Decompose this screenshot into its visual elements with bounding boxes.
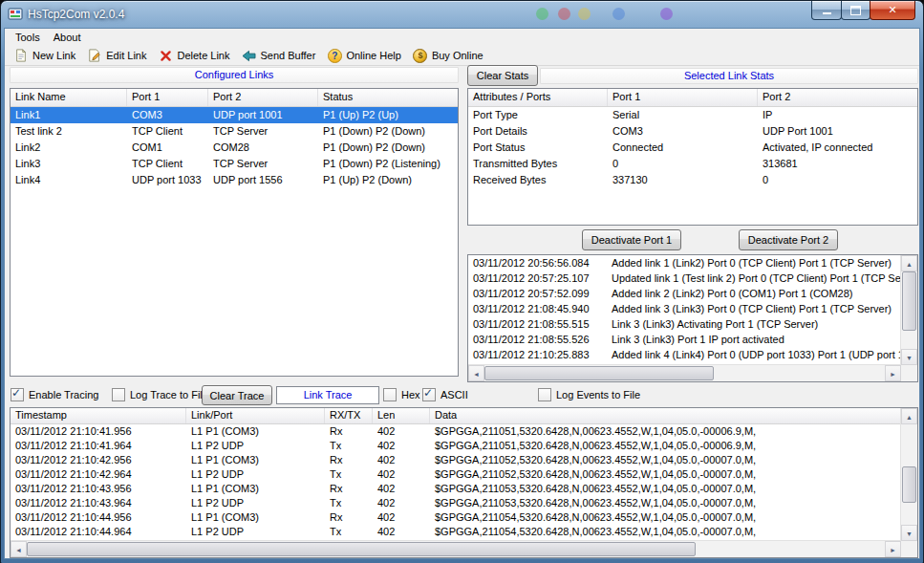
event-row[interactable]: 03/11/2012 21:10:25.883Added link 4 (Lin… <box>468 347 901 362</box>
column-header-attributes[interactable]: Attributes / Ports <box>468 89 608 106</box>
checkbox-box <box>112 388 125 401</box>
stats-row[interactable]: Received Bytes3371300 <box>468 172 917 188</box>
enable-tracing-checkbox[interactable]: Enable Tracing <box>11 386 98 403</box>
port1-cell: 337130 <box>608 172 758 188</box>
event-row[interactable]: 03/11/2012 21:08:55.515Link 3 (Link3) Ac… <box>468 316 901 332</box>
minimize-icon <box>823 10 831 14</box>
link-row[interactable]: Link2COM1COM28P1 (Down) P2 (Down) <box>11 140 458 156</box>
delete-link-button[interactable]: Delete Link <box>153 47 236 65</box>
trace-row[interactable]: 03/11/2012 21:10:42.964L1 P2 UDPTx402$GP… <box>11 467 901 482</box>
attr-cell: Port Status <box>468 140 608 156</box>
trace-horizontal-scrollbar[interactable]: ◄ ► <box>11 540 901 557</box>
scrollbar-corner <box>901 541 917 557</box>
len-cell: 402 <box>373 510 430 525</box>
event-row[interactable]: 03/11/2012 20:57:25.107Updated link 1 (T… <box>468 271 901 286</box>
events-vertical-scrollbar[interactable]: ▲ ▼ <box>900 255 917 365</box>
column-header-data[interactable]: Data <box>430 408 901 423</box>
link-cell: L1 P2 UDP <box>186 439 325 453</box>
trace-hscroll-thumb[interactable] <box>27 542 696 556</box>
scroll-up-icon[interactable]: ▲ <box>901 255 917 271</box>
ts-cell: 03/11/2012 21:10:44.964 <box>11 525 186 539</box>
hex-checkbox[interactable]: Hex <box>383 386 420 403</box>
configured-links-rows: Link1COM3UDP port 1001P1 (Up) P2 (Up)Tes… <box>11 107 458 188</box>
events-horizontal-scrollbar[interactable]: ◄ ► <box>468 364 901 381</box>
menu-tools[interactable]: Tools <box>9 31 47 44</box>
events-vscroll-thumb[interactable] <box>902 271 916 331</box>
buy-online-button[interactable]: $ Buy Online <box>408 47 490 65</box>
port1-cell: Connected <box>608 140 758 156</box>
send-buffer-button[interactable]: Send Buffer <box>237 47 323 65</box>
ascii-checkbox[interactable]: ASCII <box>422 386 468 403</box>
close-button[interactable]: ✕ <box>870 1 915 20</box>
clear-stats-button[interactable]: Clear Stats <box>467 65 538 86</box>
rxtx-cell: Tx <box>325 496 373 510</box>
scroll-down-icon[interactable]: ▼ <box>901 525 917 541</box>
trace-row[interactable]: 03/11/2012 21:10:43.964L1 P2 UDPTx402$GP… <box>11 496 901 510</box>
trace-row[interactable]: 03/11/2012 21:10:42.956L1 P1 (COM3)Rx402… <box>11 453 901 467</box>
column-header-port1[interactable]: Port 1 <box>127 89 208 106</box>
title-bar[interactable]: HsTcp2Com v2.0.4 ✕ <box>1 1 923 28</box>
link-row[interactable]: Link4UDP port 1033UDP port 1556P1 (Up) P… <box>11 172 458 188</box>
log-events-to-file-checkbox[interactable]: Log Events to File <box>538 386 640 403</box>
event-row[interactable]: 03/11/2012 20:56:56.084Added link 1 (Lin… <box>468 255 901 271</box>
scroll-down-icon[interactable]: ▼ <box>901 349 917 365</box>
online-help-button[interactable]: ? Online Help <box>322 47 407 65</box>
rxtx-cell: Tx <box>325 525 373 539</box>
scroll-right-icon[interactable]: ► <box>885 365 901 381</box>
buy-online-label: Buy Online <box>432 50 483 61</box>
stats-row[interactable]: Port DetailsCOM3UDP Port 1001 <box>468 123 917 140</box>
stats-row[interactable]: Transmitted Bytes0313681 <box>468 156 917 172</box>
stats-row[interactable]: Port TypeSerialIP <box>468 107 917 123</box>
app-icon[interactable] <box>8 7 23 22</box>
column-header-link-port[interactable]: Link/Port <box>186 408 325 423</box>
column-header-len[interactable]: Len <box>373 408 430 423</box>
column-header-status[interactable]: Status <box>318 89 458 106</box>
column-header-port2[interactable]: Port 2 <box>208 89 318 106</box>
column-header-link-name[interactable]: Link Name <box>11 89 127 106</box>
online-help-label: Online Help <box>346 50 400 61</box>
column-header-timestamp[interactable]: Timestamp <box>11 408 186 423</box>
column-header-rxtx[interactable]: RX/TX <box>325 408 373 423</box>
event-log-rows-area: 03/11/2012 20:56:56.084Added link 1 (Lin… <box>468 255 901 365</box>
status-cell: P1 (Down) P2 (Down) <box>318 140 458 156</box>
app-window: HsTcp2Com v2.0.4 ✕ Tools About New Link <box>0 0 924 563</box>
scroll-up-icon[interactable]: ▲ <box>901 408 917 424</box>
trace-row[interactable]: 03/11/2012 21:10:41.964L1 P2 UDPTx402$GP… <box>11 439 901 453</box>
column-header-stats-port2[interactable]: Port 2 <box>758 89 917 106</box>
rxtx-cell: Tx <box>325 439 373 453</box>
menu-about[interactable]: About <box>47 31 88 44</box>
event-row[interactable]: 03/11/2012 21:08:45.940Added link 3 (Lin… <box>468 301 901 316</box>
clear-trace-button[interactable]: Clear Trace <box>202 385 272 405</box>
maximize-button[interactable] <box>841 1 870 20</box>
scroll-left-icon[interactable]: ◄ <box>468 365 484 381</box>
stats-row[interactable]: Port StatusConnectedActivated, IP connec… <box>468 140 917 156</box>
trace-vscroll-thumb[interactable] <box>902 466 916 503</box>
minimize-button[interactable] <box>811 1 842 20</box>
time-cell: 03/11/2012 21:08:55.526 <box>468 332 607 347</box>
deactivate-port1-button[interactable]: Deactivate Port 1 <box>582 229 681 250</box>
trace-row[interactable]: 03/11/2012 21:10:44.956L1 P1 (COM3)Rx402… <box>11 510 901 525</box>
link-row[interactable]: Link3TCP ClientTCP ServerP1 (Down) P2 (L… <box>11 156 458 172</box>
send-buffer-icon <box>242 49 257 63</box>
events-hscroll-thumb[interactable] <box>484 366 714 380</box>
scroll-left-icon[interactable]: ◄ <box>11 541 27 557</box>
trace-row[interactable]: 03/11/2012 21:10:41.956L1 P1 (COM3)Rx402… <box>11 424 901 439</box>
link-row[interactable]: Link1COM3UDP port 1001P1 (Up) P2 (Up) <box>11 107 458 123</box>
log-trace-to-file-checkbox[interactable]: Log Trace to File <box>112 386 208 403</box>
attr-cell: Port Type <box>468 107 608 123</box>
scroll-right-icon[interactable]: ► <box>885 541 901 557</box>
trace-vertical-scrollbar[interactable]: ▲ ▼ <box>900 408 917 541</box>
rxtx-cell: Rx <box>325 510 373 525</box>
event-row[interactable]: 03/11/2012 21:08:55.526Link 3 (Link3) Po… <box>468 332 901 347</box>
edit-link-button[interactable]: Edit Link <box>82 47 153 65</box>
event-row[interactable]: 03/11/2012 20:57:52.099Added link 2 (Lin… <box>468 286 901 301</box>
port2-cell: TCP Server <box>208 123 318 140</box>
column-header-stats-port1[interactable]: Port 1 <box>608 89 758 106</box>
log-events-label: Log Events to File <box>556 389 640 401</box>
trace-row[interactable]: 03/11/2012 21:10:43.956L1 P1 (COM3)Rx402… <box>11 482 901 496</box>
deactivate-port2-button[interactable]: Deactivate Port 2 <box>739 229 838 250</box>
link-row[interactable]: Test link 2TCP ClientTCP ServerP1 (Down)… <box>11 123 458 140</box>
new-link-button[interactable]: New Link <box>9 47 82 65</box>
attr-cell: Received Bytes <box>468 172 608 188</box>
trace-row[interactable]: 03/11/2012 21:10:44.964L1 P2 UDPTx402$GP… <box>11 525 901 539</box>
